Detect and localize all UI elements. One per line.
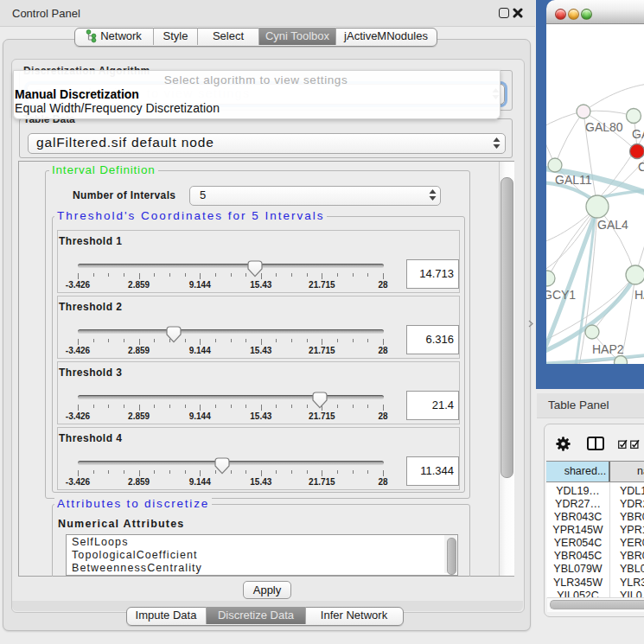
svg-text:GAL80: GAL80: [585, 120, 623, 134]
svg-text:GAL11: GAL11: [555, 173, 592, 187]
svg-text:C: C: [638, 160, 644, 174]
svg-text:HA: HA: [634, 288, 644, 302]
svg-text:GAL4: GAL4: [597, 218, 628, 232]
svg-text:HAP2: HAP2: [592, 342, 624, 356]
svg-text:GA: GA: [632, 127, 644, 141]
svg-text:GCY1: GCY1: [546, 288, 576, 302]
